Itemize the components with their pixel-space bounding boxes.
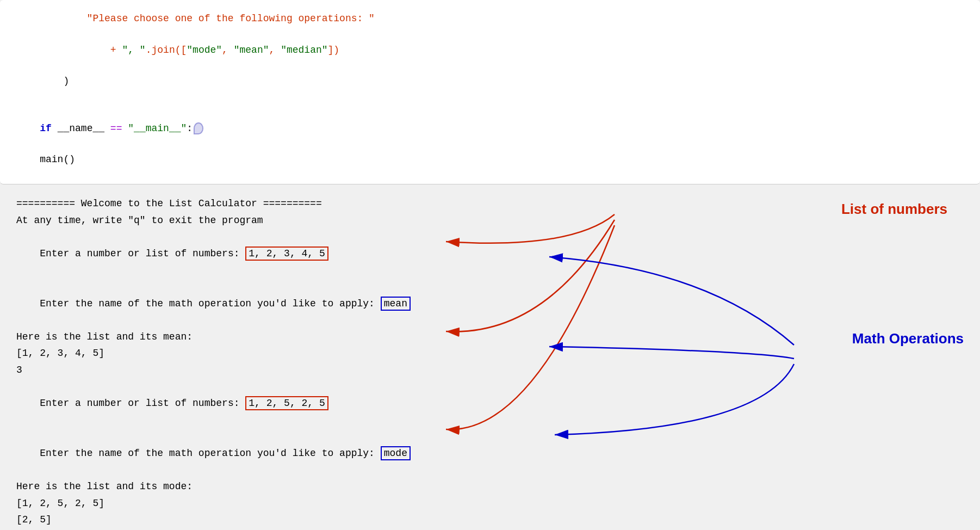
result-label-2: Here is the list and its mode: — [16, 478, 964, 495]
input-op-1: mean — [381, 297, 411, 311]
input-op-2: mode — [381, 446, 411, 460]
keyword-if: if — [40, 123, 52, 134]
enter-number-line-2: Enter a number or list of numbers: 1, 2,… — [16, 379, 964, 429]
enter-number-line-1: Enter a number or list of numbers: 1, 2,… — [16, 229, 964, 279]
enter-op-line-1: Enter the name of the math operation you… — [16, 279, 964, 329]
exit-hint-line: At any time, write "q" to exit the progr… — [16, 212, 964, 229]
cursor — [194, 122, 203, 134]
enter-op-line-2: Enter the name of the math operation you… — [16, 428, 964, 478]
list-display-2a: [1, 2, 5, 2, 5] — [16, 495, 964, 512]
code-concat-op: + ", ".join(["mode", "mean", "median"]) — [40, 45, 339, 56]
input-numbers-2: 1, 2, 5, 2, 5 — [245, 396, 328, 410]
output-section: List of numbers Math Operations Use “q”,… — [0, 184, 980, 530]
input-numbers-1: 1, 2, 3, 4, 5 — [245, 246, 328, 261]
code-line-3: ) — [16, 73, 964, 89]
code-if-main: if __name__ == "__main__": — [16, 105, 964, 152]
list-display-1: [1, 2, 3, 4, 5] — [16, 345, 964, 362]
code-main-call: main() — [16, 152, 964, 168]
separator-line: ========== Welcome to the List Calculato… — [16, 195, 964, 212]
code-blank-1 — [16, 89, 964, 105]
result-label-1: Here is the list and its mean: — [16, 329, 964, 346]
result-value-1: 3 — [16, 362, 964, 379]
code-line-2: + ", ".join(["mode", "mean", "median"]) — [16, 27, 964, 73]
list-display-2b: [2, 5] — [16, 511, 964, 528]
code-section: "Please choose one of the following oper… — [0, 0, 980, 184]
code-line-1: "Please choose one of the following oper… — [16, 11, 964, 27]
